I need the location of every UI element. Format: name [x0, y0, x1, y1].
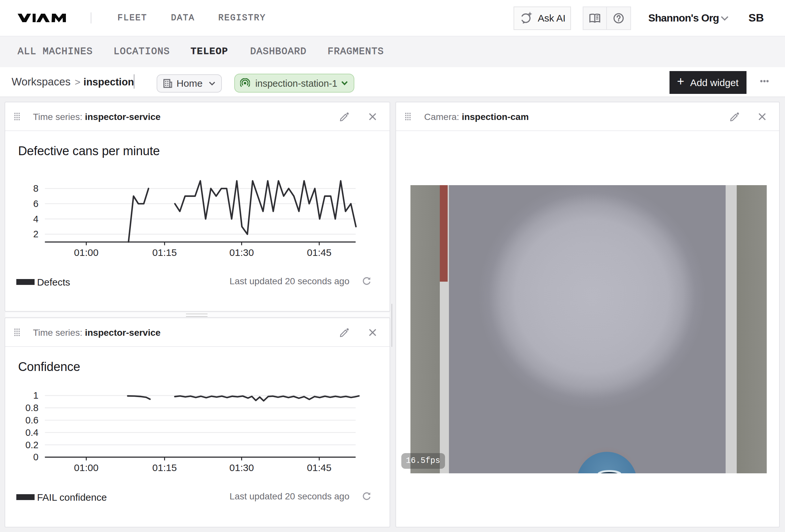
svg-text:01:00: 01:00 [74, 462, 98, 473]
svg-text:01:15: 01:15 [152, 247, 177, 258]
svg-text:1: 1 [33, 390, 38, 400]
svg-text:4: 4 [33, 214, 38, 224]
svg-text:6: 6 [33, 198, 38, 209]
svg-text:0.2: 0.2 [25, 440, 38, 450]
svg-text:0: 0 [33, 451, 38, 462]
svg-text:8: 8 [33, 183, 38, 193]
svg-text:0.8: 0.8 [25, 402, 38, 413]
svg-text:0.4: 0.4 [25, 427, 38, 437]
svg-text:01:45: 01:45 [307, 462, 331, 473]
svg-text:01:00: 01:00 [74, 247, 98, 258]
svg-text:01:30: 01:30 [229, 462, 254, 473]
svg-text:01:45: 01:45 [307, 247, 331, 258]
svg-text:01:15: 01:15 [152, 462, 177, 473]
svg-text:0.6: 0.6 [25, 415, 38, 425]
svg-text:2: 2 [33, 229, 38, 239]
svg-text:01:30: 01:30 [229, 247, 254, 258]
